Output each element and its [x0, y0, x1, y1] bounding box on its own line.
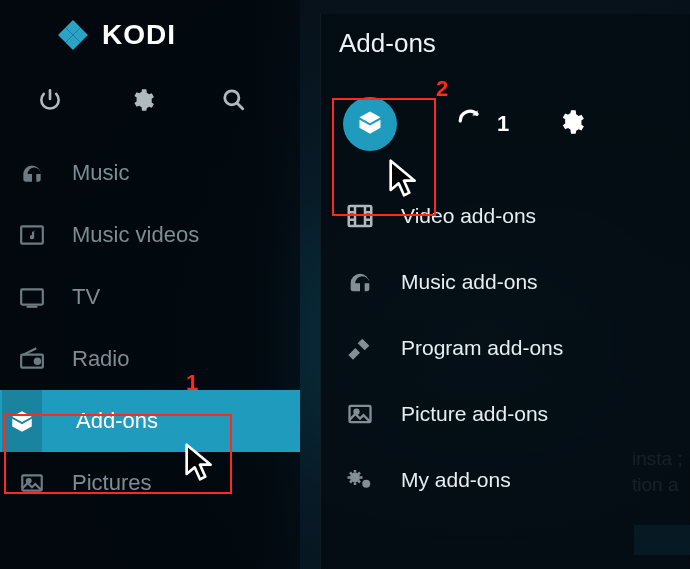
category-label: Program add-ons — [401, 336, 563, 360]
update-count: 1 — [497, 111, 509, 137]
sidebar-item-music[interactable]: Music — [0, 142, 300, 204]
main-nav: Music Music videos TV Radio Add-ons — [0, 136, 300, 514]
sidebar-item-label: Music — [72, 160, 129, 186]
pictures-icon — [18, 470, 46, 496]
category-my-addons[interactable]: My add-ons — [321, 447, 690, 513]
app-name: KODI — [102, 19, 176, 51]
sidebar-item-tv[interactable]: TV — [0, 266, 300, 328]
tools-icon — [343, 334, 377, 362]
headphones-icon — [18, 160, 46, 186]
open-box-icon — [356, 108, 384, 140]
category-program-addons[interactable]: Program add-ons — [321, 315, 690, 381]
kodi-logo-icon — [56, 18, 90, 52]
sidebar-item-addons[interactable]: Add-ons — [0, 390, 300, 452]
addons-panel: Add-ons 1 Video add-ons — [320, 14, 690, 569]
category-music-addons[interactable]: Music add-ons — [321, 249, 690, 315]
category-label: My add-ons — [401, 468, 511, 492]
install-from-source-button[interactable] — [343, 97, 397, 151]
sidebar-item-label: TV — [72, 284, 100, 310]
addons-top-row: 1 — [321, 69, 690, 179]
addons-settings-button[interactable] — [557, 108, 585, 140]
sidebar-item-music-videos[interactable]: Music videos — [0, 204, 300, 266]
search-button[interactable] — [220, 86, 248, 114]
sidebar-item-label: Radio — [72, 346, 129, 372]
category-label: Music add-ons — [401, 270, 538, 294]
gear-icon — [557, 122, 585, 139]
svg-point-10 — [35, 358, 40, 363]
system-buttons-row — [0, 56, 300, 136]
svg-rect-14 — [349, 206, 372, 226]
updates-button[interactable]: 1 — [457, 108, 509, 140]
sidebar-item-label: Add-ons — [76, 408, 158, 434]
headphones-icon — [343, 268, 377, 296]
sidebar-item-pictures[interactable]: Pictures — [0, 452, 300, 514]
music-video-icon — [18, 222, 46, 248]
svg-line-5 — [237, 103, 242, 108]
sidebar-item-label: Pictures — [72, 470, 151, 496]
category-label: Video add-ons — [401, 204, 536, 228]
sidebar-item-radio[interactable]: Radio — [0, 328, 300, 390]
image-icon — [343, 400, 377, 428]
power-button[interactable] — [36, 86, 64, 114]
app-logo: KODI — [0, 10, 300, 56]
film-icon — [343, 201, 377, 231]
tv-icon — [18, 284, 46, 310]
open-box-icon — [2, 390, 42, 452]
category-label: Picture add-ons — [401, 402, 548, 426]
main-sidebar: KODI Music M — [0, 0, 300, 569]
settings-button[interactable] — [128, 86, 156, 114]
sidebar-item-label: Music videos — [72, 222, 199, 248]
radio-icon — [18, 346, 46, 372]
gears-icon — [343, 465, 377, 495]
panel-title: Add-ons — [321, 14, 690, 69]
addon-categories: Video add-ons Music add-ons Program add-… — [321, 179, 690, 513]
svg-rect-7 — [21, 289, 43, 304]
svg-point-24 — [362, 480, 370, 488]
category-picture-addons[interactable]: Picture add-ons — [321, 381, 690, 447]
category-video-addons[interactable]: Video add-ons — [321, 183, 690, 249]
refresh-icon — [457, 108, 483, 140]
